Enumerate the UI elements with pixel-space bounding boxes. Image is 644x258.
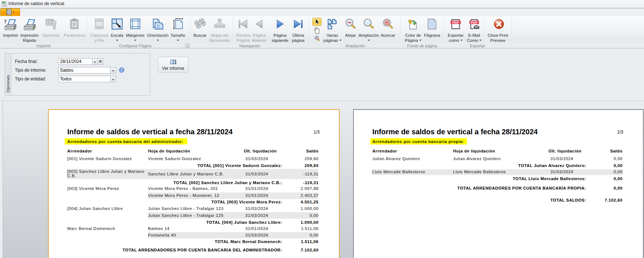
svg-text:PDF: PDF (452, 20, 459, 24)
svg-text:PDF: PDF (471, 20, 478, 24)
svg-text:?: ? (4, 19, 7, 24)
svg-text:?: ? (73, 22, 76, 27)
